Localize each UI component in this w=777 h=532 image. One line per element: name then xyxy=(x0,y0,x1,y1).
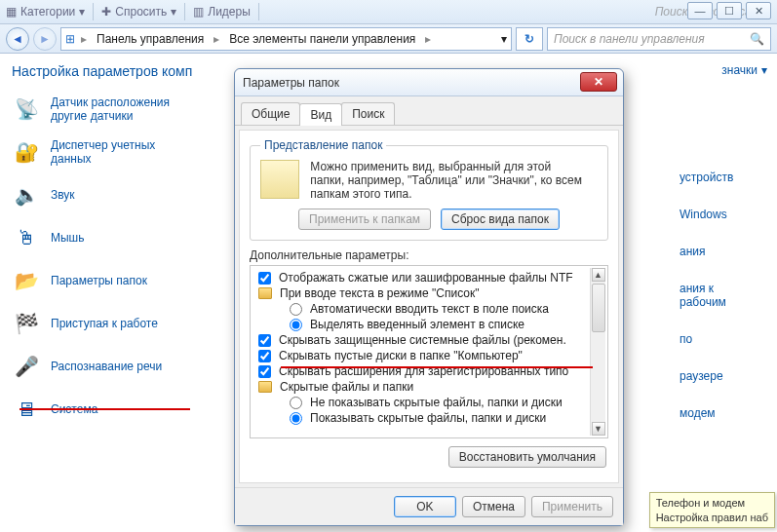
tree-row-label: Отображать сжатые или зашифрованные файл… xyxy=(279,271,573,285)
breadcrumb[interactable]: ⊞ ▸ Панель управления ▸ Все элементы пан… xyxy=(60,27,512,51)
tree-row-label: Не показывать скрытые файлы, папки и дис… xyxy=(310,396,563,409)
chevron-right-icon[interactable]: ▸ xyxy=(212,32,221,46)
search-icon[interactable]: 🔍 xyxy=(750,32,764,46)
minimize-button[interactable]: — xyxy=(687,2,713,19)
breadcrumb-dropdown-icon[interactable]: ▾ xyxy=(501,32,507,46)
cpl-item-label: Параметры папок xyxy=(51,274,147,287)
folder-views-group: Представление папок Можно применить вид,… xyxy=(250,138,608,241)
tree-row-label: Выделять введенный элемент в списке xyxy=(310,318,524,331)
view-options-label: значки xyxy=(721,63,758,77)
back-button[interactable]: ◄ xyxy=(6,27,29,51)
scroll-thumb[interactable] xyxy=(592,284,605,332)
tree-row[interactable]: При вводе текста в режиме "Список" xyxy=(253,285,605,301)
tree-radio[interactable] xyxy=(290,319,302,331)
reset-folder-view-button[interactable]: Сброс вида папок xyxy=(441,209,560,230)
right-column-peek: устройствWindowsанияания к рабочимпорауз… xyxy=(680,171,777,420)
search-input[interactable]: Поиск в панели управления 🔍 xyxy=(547,27,771,51)
cpl-item-label-partial[interactable]: модем xyxy=(680,406,759,420)
annotation-underline xyxy=(281,366,593,368)
breadcrumb-part[interactable]: Панель управления xyxy=(93,32,208,46)
cpl-item-icon: 🏁 xyxy=(12,309,41,338)
ribbon-group-leaders[interactable]: ▥ Лидеры xyxy=(193,5,251,19)
tree-row[interactable]: Не показывать скрытые файлы, папки и дис… xyxy=(253,395,605,410)
ribbon-sep xyxy=(93,3,94,20)
tree-checkbox[interactable] xyxy=(258,350,271,362)
cpl-item-label: Приступая к работе xyxy=(51,317,158,330)
scroll-down-button[interactable]: ▼ xyxy=(592,422,605,436)
chevron-down-icon[interactable]: ▾ xyxy=(761,63,767,77)
cpl-item-icon: 🎤 xyxy=(12,352,41,381)
cpl-item-icon: 🔈 xyxy=(12,180,41,209)
tooltip-line: Телефон и модем xyxy=(656,496,768,510)
cpl-item-label-partial[interactable]: ания к рабочим xyxy=(680,282,759,309)
apply-button[interactable]: Применить xyxy=(531,496,613,517)
maximize-button[interactable]: ☐ xyxy=(717,2,742,19)
cpl-item-icon: 📡 xyxy=(12,95,41,124)
top-ribbon: ▦ Категории ▾ ✚ Спросить ▾ ▥ Лидеры Поис… xyxy=(0,0,777,24)
cancel-button[interactable]: Отмена xyxy=(462,496,525,517)
tree-radio[interactable] xyxy=(290,412,302,425)
cpl-item-label: Звук xyxy=(51,188,75,202)
tree-radio[interactable] xyxy=(290,397,302,409)
tree-row-label: Скрывать защищенные системные файлы (рек… xyxy=(279,333,566,347)
cpl-item-label-partial[interactable]: Windows xyxy=(680,208,759,221)
tree-row[interactable]: Скрывать пустые диски в папке "Компьютер… xyxy=(253,348,605,363)
annotation-underline xyxy=(19,408,190,410)
folder-options-dialog: Параметры папок ✕ Общие Вид Поиск Предст… xyxy=(234,68,624,526)
tree-row-label: Скрывать пустые диски в папке "Компьютер… xyxy=(279,349,523,362)
tab-view[interactable]: Вид xyxy=(299,103,342,126)
ribbon-group-categories[interactable]: ▦ Категории ▾ xyxy=(6,5,85,19)
tree-row[interactable]: Показывать скрытые файлы, папки и диски xyxy=(253,410,605,426)
cpl-item-label-partial[interactable]: ания xyxy=(680,245,759,258)
cpl-item-label-partial[interactable]: устройств xyxy=(680,171,759,184)
tab-search[interactable]: Поиск xyxy=(341,102,395,125)
tree-radio[interactable] xyxy=(290,303,302,316)
cpl-item-label: Диспетчер учетных данных xyxy=(51,138,155,166)
cpl-item-icon: 📂 xyxy=(12,266,41,295)
apply-to-folders-button[interactable]: Применить к папкам xyxy=(298,209,431,230)
chevron-right-icon[interactable]: ▸ xyxy=(423,32,433,46)
address-bar: ◄ ► ⊞ ▸ Панель управления ▸ Все элементы… xyxy=(0,24,777,54)
refresh-button[interactable]: ↻ xyxy=(516,27,543,51)
tree-checkbox[interactable] xyxy=(258,272,271,285)
ok-button[interactable]: OK xyxy=(394,496,456,517)
dialog-title: Параметры папок xyxy=(243,76,339,90)
cpl-item-label: Мышь xyxy=(51,231,85,245)
ribbon-group-ask[interactable]: ✚ Спросить ▾ xyxy=(101,5,176,19)
tree-row[interactable]: Скрывать защищенные системные файлы (рек… xyxy=(253,332,605,348)
tree-row[interactable]: Скрытые файлы и папки xyxy=(253,379,605,395)
tree-row[interactable]: Отображать сжатые или зашифрованные файл… xyxy=(253,270,605,285)
cpl-item-icon: 🖱 xyxy=(12,223,41,252)
tree-row[interactable]: Выделять введенный элемент в списке xyxy=(253,317,605,332)
cpl-item-label: Датчик расположения другие датчики xyxy=(51,95,170,123)
tree-row-label: Показывать скрытые файлы, папки и диски xyxy=(310,411,546,425)
dialog-close-button[interactable]: ✕ xyxy=(580,72,617,92)
scroll-up-button[interactable]: ▲ xyxy=(592,268,605,282)
cpl-item-label-partial[interactable]: раузере xyxy=(680,369,759,383)
cpl-item-label-partial[interactable]: по xyxy=(680,332,759,346)
view-options[interactable]: значки ▾ xyxy=(721,63,767,77)
tree-scrollbar[interactable]: ▲ ▼ xyxy=(590,268,605,436)
tab-general[interactable]: Общие xyxy=(241,102,300,125)
folder-thumb-icon xyxy=(260,160,299,199)
cpl-item-icon: 🔐 xyxy=(12,137,41,167)
tree-row[interactable]: Автоматически вводить текст в поле поиск… xyxy=(253,301,605,317)
close-window-button[interactable]: ✕ xyxy=(746,2,771,19)
tab-view-content: Представление папок Можно применить вид,… xyxy=(240,131,618,482)
forward-button[interactable]: ► xyxy=(33,27,57,51)
ribbon-sep xyxy=(184,3,185,20)
dialog-titlebar[interactable]: Параметры папок ✕ xyxy=(235,69,623,96)
folder-icon xyxy=(258,287,272,299)
dialog-footer: OK Отмена Применить xyxy=(235,487,623,525)
breadcrumb-part[interactable]: Все элементы панели управления xyxy=(225,32,419,46)
advanced-settings-tree[interactable]: Отображать сжатые или зашифрованные файл… xyxy=(250,265,608,438)
tree-checkbox[interactable] xyxy=(258,334,271,347)
tooltip: Телефон и модем Настройка правил наб xyxy=(649,492,775,528)
restore-defaults-button[interactable]: Восстановить умолчания xyxy=(448,446,606,468)
folder-views-legend: Представление папок xyxy=(260,138,386,152)
tree-row-label: При вводе текста в режиме "Список" xyxy=(280,286,480,300)
tree-row-label: Автоматически вводить текст в поле поиск… xyxy=(310,302,549,316)
chevron-right-icon[interactable]: ▸ xyxy=(79,32,89,46)
breadcrumb-root-icon[interactable]: ⊞ xyxy=(65,32,75,46)
tree-checkbox[interactable] xyxy=(258,365,271,378)
